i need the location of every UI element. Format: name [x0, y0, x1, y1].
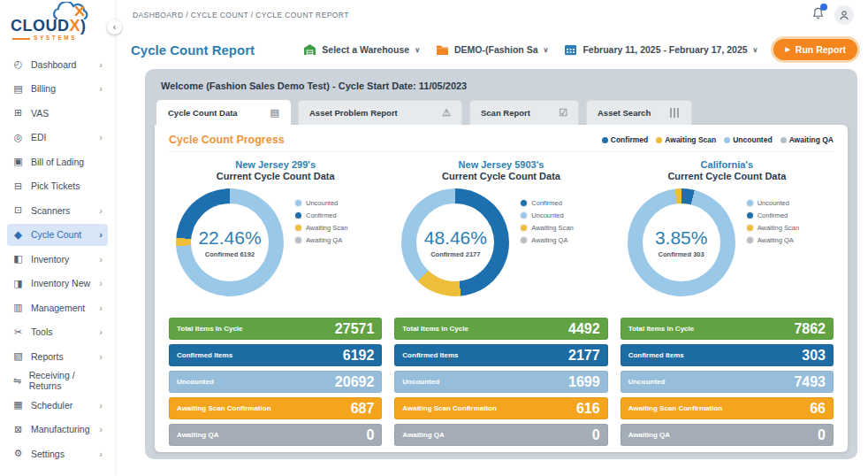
- sidebar-item-tools[interactable]: ✂Tools›: [7, 321, 108, 343]
- legend-dot: [295, 225, 301, 231]
- chevron-right-icon: ›: [99, 424, 103, 434]
- reports-icon: ▧: [12, 350, 24, 362]
- notification-badge: [820, 4, 827, 11]
- warehouse-name: New Jersey 299's: [169, 159, 382, 170]
- sidebar-item-pick-tickets[interactable]: ⊟Pick Tickets: [7, 175, 108, 197]
- play-icon: ▶: [785, 46, 789, 53]
- sidebar-item-vas[interactable]: ⊞VAS: [7, 102, 108, 124]
- sidebar-item-label: Scheduler: [31, 400, 72, 411]
- sidebar-item-label: Management: [31, 303, 85, 313]
- date-range-picker[interactable]: February 11, 2025 - February 17, 2025 ∨: [564, 43, 758, 56]
- notifications-bell-icon[interactable]: [812, 7, 824, 23]
- table-row: Confirmed Items6192: [169, 344, 382, 366]
- tab-cycle-count-data[interactable]: Cycle Count Data ▤: [156, 100, 291, 125]
- sidebar-item-inventory[interactable]: ◧Inventory›: [7, 248, 108, 270]
- report-header: Cycle Count Report Select a Warehouse ∨ …: [131, 32, 857, 67]
- breadcrumb: DASHBOARD / CYCLE COUNT / CYCLE COUNT RE…: [133, 11, 349, 19]
- legend-dot: [656, 137, 662, 143]
- chevron-down-icon: ∨: [753, 46, 758, 54]
- logo-subtext: SYSTEMS: [11, 35, 108, 41]
- sidebar-item-label: Manufacturing: [31, 424, 90, 434]
- sidebar-item-management[interactable]: ▥Management›: [7, 296, 108, 319]
- chevron-right-icon: ›: [99, 326, 103, 337]
- sidebar-item-scanners[interactable]: ⊡Scanners›: [7, 199, 108, 221]
- chevron-right-icon: ›: [99, 351, 103, 362]
- summary-table: Total Items In Cycle7862 Confirmed Items…: [621, 318, 834, 446]
- cycle-count-card: Cycle Count Progress Confirmed Awaiting …: [155, 125, 848, 452]
- sidebar-item-label: Settings: [31, 449, 65, 459]
- donut-confirmed-label: Confirmed 303: [659, 250, 704, 258]
- tab-asset-problem-report[interactable]: Asset Problem Report ⚠: [298, 100, 462, 125]
- sidebar-item-label: Receiving / Returns: [29, 370, 95, 391]
- tab-scan-report[interactable]: Scan Report ☑: [469, 100, 579, 125]
- table-row: Awaiting QA0: [169, 424, 382, 446]
- legend-dot: [521, 200, 527, 206]
- sidebar-item-scheduler[interactable]: ▦Scheduler›: [7, 394, 108, 416]
- table-row: Awaiting Scan Confirmation687: [169, 397, 382, 419]
- sidebar-item-inventory-new[interactable]: ◨Inventory New›: [7, 273, 108, 295]
- tab-asset-search[interactable]: Asset Search: [586, 100, 692, 125]
- inventory-icon: ◧: [12, 253, 24, 265]
- legend-dot: [602, 137, 608, 143]
- table-row: Awaiting QA0: [621, 424, 834, 446]
- sidebar-item-edi[interactable]: ◎EDI›: [7, 127, 108, 149]
- table-row: Total Items In Cycle4492: [394, 318, 607, 340]
- sidebar-collapse-button[interactable]: ‹: [107, 19, 122, 35]
- legend-dot: [521, 237, 527, 243]
- sidebar-item-label: Cycle Count: [31, 229, 81, 240]
- legend-dot: [521, 212, 527, 219]
- main-area: ‹ DASHBOARD / CYCLE COUNT / CYCLE COUNT …: [115, 0, 868, 476]
- chevron-right-icon: ›: [99, 229, 103, 240]
- app-logo[interactable]: CLOUDX) SYSTEMS: [0, 0, 115, 46]
- legend-dot: [780, 137, 787, 143]
- sidebar-item-billing[interactable]: ▤Billing›: [7, 78, 108, 100]
- tab-label: Cycle Count Data: [168, 108, 238, 118]
- donut-legend: Confirmed Uncounted Awaiting Scan Awaiti…: [521, 199, 573, 305]
- tab-label: Scan Report: [481, 108, 530, 118]
- folder-icon: [436, 44, 449, 56]
- chevron-right-icon: ›: [99, 83, 103, 94]
- table-row: Awaiting QA0: [394, 424, 607, 446]
- tab-bar: Cycle Count Data ▤ Asset Problem Report …: [155, 100, 848, 125]
- receiving-returns-icon: ⇋: [12, 375, 22, 387]
- sidebar-item-receiving-returns[interactable]: ⇋Receiving / Returns: [7, 370, 108, 392]
- chevron-right-icon: ›: [99, 132, 103, 142]
- sidebar-item-settings[interactable]: ⚙Settings›: [7, 442, 108, 464]
- legend-dot: [521, 225, 527, 231]
- warehouse-select[interactable]: Select a Warehouse ∨: [303, 43, 420, 56]
- sidebar-item-manufacturing[interactable]: ⊠Manufacturing›: [7, 418, 108, 441]
- user-avatar[interactable]: [834, 5, 854, 25]
- sidebar-item-dashboard[interactable]: ◴Dashboard›: [7, 53, 108, 75]
- chevron-right-icon: ›: [99, 400, 103, 411]
- legend-dot: [295, 200, 301, 206]
- donut-legend: Uncounted Confirmed Awaiting Scan Awaiti…: [747, 199, 799, 305]
- table-row: Confirmed Items2177: [394, 344, 607, 366]
- sidebar-item-label: Scanners: [31, 205, 70, 216]
- donut-confirmed-label: Confirmed 2177: [430, 250, 480, 258]
- legend-item-confirmed: Confirmed: [602, 135, 649, 144]
- table-row: Awaiting Scan Confirmation66: [621, 397, 834, 419]
- cycle-count-icon: ◈: [12, 229, 24, 241]
- donut-percent: 3.85%: [655, 227, 708, 249]
- sidebar-item-bill-of-lading[interactable]: ▣Bill of Lading: [7, 150, 108, 173]
- run-report-button[interactable]: ▶ Run Report: [773, 39, 857, 60]
- settings-icon: ⚙: [12, 448, 24, 459]
- billing-icon: ▤: [12, 83, 24, 95]
- client-select[interactable]: DEMO-(Fashion Sa ∨: [436, 44, 548, 56]
- chevron-right-icon: ›: [99, 254, 103, 265]
- sidebar-item-reports[interactable]: ▧Reports›: [7, 345, 108, 367]
- sidebar-item-label: Reports: [31, 351, 64, 362]
- warehouse-subtitle: Current Cycle Count Data: [394, 171, 607, 181]
- client-select-label: DEMO-(Fashion Sa: [454, 44, 538, 55]
- scanners-icon: ⊡: [12, 204, 24, 216]
- donut-confirmed-label: Confirmed 6192: [205, 250, 255, 258]
- sidebar-item-cycle-count[interactable]: ◈Cycle Count›: [7, 224, 108, 246]
- sidebar-item-label: Tools: [31, 326, 53, 337]
- topbar: DASHBOARD / CYCLE COUNT / CYCLE COUNT RE…: [115, 0, 868, 29]
- database-icon: ▤: [270, 107, 279, 119]
- warehouse-column-nj5903: New Jersey 5903's Current Cycle Count Da…: [394, 159, 607, 446]
- warehouse-column-california: California's Current Cycle Count Data 3.…: [621, 159, 834, 446]
- legend-dot: [295, 212, 301, 219]
- chart-legend: Confirmed Awaiting Scan Uncounted Awaiti…: [602, 135, 834, 144]
- checkbox-icon: ☑: [559, 107, 567, 119]
